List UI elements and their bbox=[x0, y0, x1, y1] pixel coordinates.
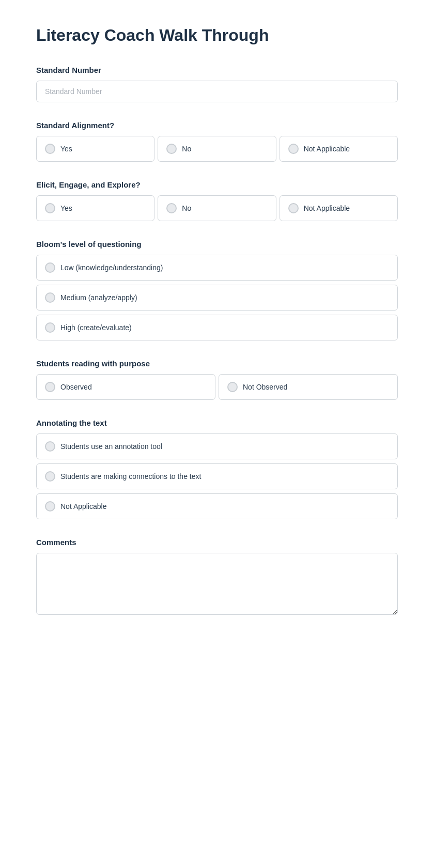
radio-circle bbox=[288, 203, 299, 213]
page-container: Literacy Coach Walk Through Standard Num… bbox=[21, 0, 413, 687]
elicit-engage-na[interactable]: Not Applicable bbox=[280, 195, 398, 221]
blooms-high[interactable]: High (create/evaluate) bbox=[36, 315, 398, 340]
elicit-engage-label: Elicit, Engage, and Explore? bbox=[36, 180, 398, 189]
blooms-level-label: Bloom's level of questioning bbox=[36, 240, 398, 249]
radio-circle bbox=[45, 501, 55, 512]
radio-circle bbox=[45, 203, 55, 213]
radio-circle bbox=[45, 144, 55, 154]
option-label: Yes bbox=[60, 204, 72, 212]
option-label: Students are making connections to the t… bbox=[60, 472, 201, 481]
comments-section: Comments bbox=[36, 538, 398, 617]
standard-alignment-yes[interactable]: Yes bbox=[36, 136, 154, 162]
annotating-connections[interactable]: Students are making connections to the t… bbox=[36, 463, 398, 489]
standard-alignment-options: Yes No Not Applicable bbox=[36, 136, 398, 162]
standard-number-label: Standard Number bbox=[36, 66, 398, 74]
radio-circle bbox=[288, 144, 299, 154]
option-label: No bbox=[182, 145, 191, 153]
option-label: Observed bbox=[60, 383, 92, 391]
radio-circle bbox=[45, 292, 55, 303]
radio-circle bbox=[45, 471, 55, 482]
option-label: Not Applicable bbox=[304, 204, 350, 212]
elicit-engage-options: Yes No Not Applicable bbox=[36, 195, 398, 221]
option-label: High (create/evaluate) bbox=[60, 323, 132, 332]
blooms-medium[interactable]: Medium (analyze/apply) bbox=[36, 285, 398, 311]
option-label: Not Applicable bbox=[60, 502, 107, 510]
comments-label: Comments bbox=[36, 538, 398, 547]
annotating-na[interactable]: Not Applicable bbox=[36, 493, 398, 519]
radio-circle bbox=[166, 203, 177, 213]
elicit-engage-yes[interactable]: Yes bbox=[36, 195, 154, 221]
standard-alignment-label: Standard Alignment? bbox=[36, 121, 398, 130]
standard-number-input[interactable] bbox=[36, 81, 398, 102]
elicit-engage-no[interactable]: No bbox=[158, 195, 276, 221]
students-reading-label: Students reading with purpose bbox=[36, 359, 398, 368]
radio-circle bbox=[45, 322, 55, 333]
standard-number-section: Standard Number bbox=[36, 66, 398, 102]
radio-circle bbox=[45, 441, 55, 452]
standard-alignment-no[interactable]: No bbox=[158, 136, 276, 162]
radio-circle bbox=[45, 382, 55, 392]
students-reading-observed[interactable]: Observed bbox=[36, 374, 215, 400]
option-label: Not Applicable bbox=[304, 145, 350, 153]
students-reading-not-observed[interactable]: Not Observed bbox=[219, 374, 398, 400]
radio-circle bbox=[166, 144, 177, 154]
standard-alignment-section: Standard Alignment? Yes No Not Applicabl… bbox=[36, 121, 398, 162]
radio-circle bbox=[227, 382, 238, 392]
radio-circle bbox=[45, 262, 55, 273]
standard-alignment-na[interactable]: Not Applicable bbox=[280, 136, 398, 162]
elicit-engage-section: Elicit, Engage, and Explore? Yes No Not … bbox=[36, 180, 398, 221]
option-label: Yes bbox=[60, 145, 72, 153]
option-label: Students use an annotation tool bbox=[60, 442, 162, 451]
blooms-low[interactable]: Low (knowledge/understanding) bbox=[36, 255, 398, 281]
option-label: Not Observed bbox=[243, 383, 287, 391]
page-title: Literacy Coach Walk Through bbox=[36, 26, 398, 45]
annotating-tool[interactable]: Students use an annotation tool bbox=[36, 433, 398, 459]
annotating-section: Annotating the text Students use an anno… bbox=[36, 419, 398, 519]
option-label: Low (knowledge/understanding) bbox=[60, 264, 163, 272]
option-label: Medium (analyze/apply) bbox=[60, 293, 137, 302]
blooms-level-section: Bloom's level of questioning Low (knowle… bbox=[36, 240, 398, 340]
annotating-label: Annotating the text bbox=[36, 419, 398, 427]
comments-textarea[interactable] bbox=[36, 553, 398, 615]
students-reading-options: Observed Not Observed bbox=[36, 374, 398, 400]
option-label: No bbox=[182, 204, 191, 212]
students-reading-section: Students reading with purpose Observed N… bbox=[36, 359, 398, 400]
